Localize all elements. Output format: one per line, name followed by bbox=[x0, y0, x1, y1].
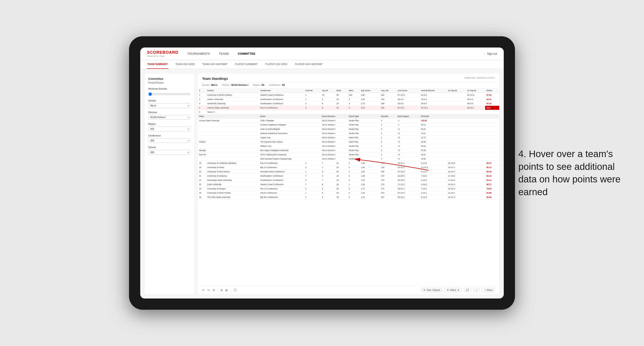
cell-points-highlighted[interactable]: 79.5 bbox=[485, 106, 499, 110]
filter-region-label: Region: bbox=[253, 84, 260, 86]
tooltip-event-2: Southern Highlands Collegiate bbox=[259, 123, 321, 127]
top-nav-items: TOURNAMENTS TEAMS COMMITTEE bbox=[187, 52, 484, 55]
nav-committee[interactable]: COMMITTEE bbox=[238, 52, 255, 55]
conference-select[interactable]: (All) bbox=[148, 138, 190, 143]
cell-wins: 4 bbox=[348, 97, 360, 102]
filter-tag-gender: Gender: Men's bbox=[202, 84, 218, 86]
tooltip-data-row: Georgia Ben Hogan Collegiate Invitationa… bbox=[198, 148, 499, 153]
tooltip-col-type: Event Type bbox=[348, 114, 380, 119]
col-conference: Conference bbox=[259, 88, 304, 93]
reset-icon[interactable]: ↺ bbox=[212, 288, 215, 292]
min-rounds-slider[interactable] bbox=[148, 92, 190, 96]
table-header-row: # School Conference Conf No Top 25 Rnds … bbox=[198, 88, 499, 93]
toolbar-sep-2 bbox=[230, 288, 231, 292]
sidebar: Committee Portal Review Minimum Rounds G… bbox=[145, 73, 194, 294]
col-adj-score: Adj. Score bbox=[360, 88, 380, 93]
cell-top25: 7 bbox=[321, 161, 335, 165]
cell-low: 73-21-1 bbox=[396, 161, 420, 165]
col-overall: Overall Record bbox=[420, 88, 446, 93]
cell-low: 87-25-1 bbox=[396, 106, 420, 110]
cell-avg: 262 bbox=[380, 93, 396, 97]
division-select[interactable]: NCAA Division I bbox=[148, 115, 190, 120]
tooltip-team-east: East Tec bbox=[198, 153, 259, 157]
nav-teams[interactable]: TEAMS bbox=[219, 52, 229, 55]
copy-icon[interactable]: ⧉ bbox=[220, 288, 222, 292]
subnav-team-h2h-grid[interactable]: TEAM H2H GRID bbox=[175, 60, 195, 69]
cell-vs50: 58-24-1 bbox=[466, 106, 485, 110]
cell-points[interactable]: 93.31 bbox=[485, 97, 499, 102]
school-select[interactable]: (All) bbox=[148, 150, 190, 155]
subnav-player-summary[interactable]: PLAYER SUMMARY bbox=[234, 60, 258, 69]
table-body: 1 University of North Carolina Atlantic … bbox=[198, 93, 499, 199]
share-label: Share bbox=[487, 289, 493, 291]
table-row: 22 Mississippi State University Southeas… bbox=[198, 178, 499, 182]
gender-select[interactable]: Men's Women's bbox=[148, 103, 190, 108]
subnav-team-h2h-heatmap[interactable]: TEAM H2H HEATMAP bbox=[202, 60, 228, 69]
filter-school: School (All) ▼ bbox=[148, 146, 190, 155]
update-time: Update time: 13/03/2024 10:03:42 bbox=[464, 77, 495, 79]
filter-label-min-rounds: Minimum Rounds bbox=[148, 88, 190, 90]
cell-rank: 4 bbox=[198, 106, 206, 110]
school-select-wrapper: (All) ▼ bbox=[148, 150, 190, 155]
cell-overall: 33-19-1 bbox=[420, 106, 446, 110]
cell-points[interactable]: 80.07 bbox=[485, 161, 499, 165]
cell-low: 63-5-0 bbox=[396, 102, 420, 106]
table-row-highlighted: 4 Arizona State University Pac-12 Confer… bbox=[198, 106, 499, 110]
view-original-btn[interactable]: 👁 View: Original bbox=[421, 288, 442, 292]
cell-empty bbox=[259, 110, 499, 114]
fullscreen-btn[interactable]: ⤢ bbox=[474, 288, 479, 292]
tooltip-event-1: Celtic Collegiate bbox=[259, 119, 321, 123]
filter-label-gender: Gender bbox=[148, 100, 190, 102]
table-row: 23 Duke University Atlantic Coast Confer… bbox=[198, 182, 499, 187]
cell-rank: 18 bbox=[198, 161, 206, 165]
filter-label-conference: Conference bbox=[148, 135, 190, 137]
expand-icon: ⤢ bbox=[476, 289, 477, 291]
top-nav: SCOREBOARD Powered by clippi TOURNAMENTS… bbox=[140, 47, 504, 60]
cell-top25: 8 bbox=[321, 102, 335, 106]
cell-points[interactable]: 97.02 bbox=[485, 93, 499, 97]
sidebar-subtitle: Portal Review bbox=[148, 81, 190, 84]
cell-conf-no: 4 bbox=[304, 161, 321, 165]
logo-area: SCOREBOARD Powered by clippi bbox=[147, 50, 178, 57]
table-row: 3 Vanderbilt University Southeastern Con… bbox=[198, 102, 499, 106]
cell-rnds: 19 bbox=[335, 102, 348, 106]
col-school: School bbox=[206, 88, 259, 93]
filter-gender-value: Men's bbox=[211, 84, 218, 86]
tooltip-event-3: Amer An Intercollegiate bbox=[259, 127, 321, 131]
cell-school: Texas T... bbox=[206, 110, 259, 114]
col-wins: Wins bbox=[348, 88, 360, 93]
col-avg-sg: Avg. SG bbox=[380, 88, 396, 93]
watch-btn[interactable]: 👁 Watch ▼ bbox=[445, 288, 461, 292]
filter-conference-value: All bbox=[282, 84, 285, 86]
cell-rank: 5 bbox=[198, 110, 206, 114]
watch-label: Watch bbox=[450, 289, 456, 291]
cell-rank: 3 bbox=[198, 102, 206, 106]
subnav-player-h2h-grid[interactable]: PLAYER H2H GRID bbox=[265, 60, 288, 69]
table-row: 26 The Ohio State University Big Ten Con… bbox=[198, 195, 499, 199]
view-label: View: Original bbox=[426, 289, 440, 291]
cell-points[interactable]: 90.32 bbox=[485, 102, 499, 106]
table-row: 25 University of North Florida ASUN Conf… bbox=[198, 191, 499, 195]
cell-school: Vanderbilt University bbox=[206, 102, 259, 106]
filter-label-school: School bbox=[148, 146, 190, 149]
col-vs50: Vs Top 50 bbox=[466, 88, 485, 93]
tooltip-wpoints-1: 110.63 bbox=[420, 119, 466, 123]
redo-icon[interactable]: ↪ bbox=[207, 288, 210, 292]
region-select[interactable]: N/A All bbox=[148, 127, 190, 131]
cell-wins: 2 bbox=[348, 161, 360, 165]
filter-label-division: Division bbox=[148, 111, 190, 114]
nav-tournaments[interactable]: TOURNAMENTS bbox=[187, 52, 210, 55]
table-row: 1 University of North Carolina Atlantic … bbox=[198, 93, 499, 97]
subnav-player-h2h-heatmap[interactable]: PLAYER H2H HEATMAP bbox=[294, 60, 323, 69]
sign-out[interactable]: Sign out bbox=[487, 52, 497, 55]
grid-icon[interactable]: ⊞ bbox=[225, 288, 228, 292]
comment-btn[interactable]: 💬 bbox=[464, 288, 471, 292]
filter-label-region: Region bbox=[148, 123, 190, 125]
share-btn[interactable]: ↗ Share bbox=[482, 288, 495, 292]
cell-conference: Atlantic Coast Conference bbox=[259, 93, 304, 97]
tooltip-data-row: Williams Cup NCAA Division I Stroke Play… bbox=[198, 144, 499, 148]
subnav-team-summary[interactable]: TEAM SUMMARY bbox=[147, 60, 168, 69]
undo-icon[interactable]: ↩ bbox=[202, 288, 205, 292]
sub-nav: TEAM SUMMARY TEAM H2H GRID TEAM H2H HEAT… bbox=[140, 60, 504, 69]
logo-sub: Powered by clippi bbox=[147, 55, 178, 57]
